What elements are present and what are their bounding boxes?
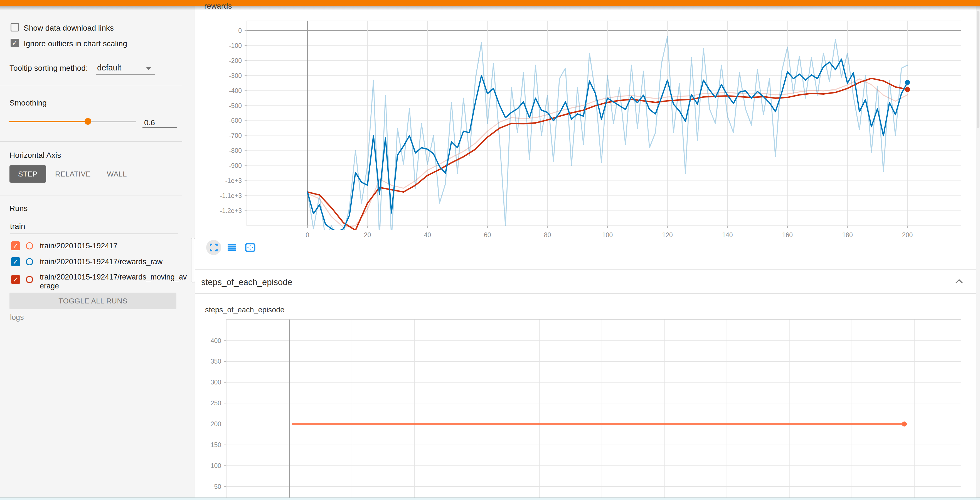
y-tick-label: -600 (203, 117, 242, 124)
axis-wall-button[interactable]: WALL (106, 166, 128, 183)
y-tick-label: -1.1e+3 (203, 192, 242, 200)
steps-line-chart[interactable] (223, 319, 961, 500)
x-tick-label: 180 (828, 231, 867, 239)
section-divider (195, 293, 980, 294)
x-tick-label: 120 (648, 231, 687, 239)
logdir-label: logs (10, 313, 24, 322)
x-tick-label: 140 (708, 231, 747, 239)
checkbox-checked-icon[interactable]: ✓ (11, 39, 19, 47)
smoothing-value-input[interactable]: 0.6 (142, 113, 177, 128)
y-tick-label: -400 (203, 87, 242, 95)
horizontal-axis-label: Horizontal Axis (10, 151, 61, 160)
y-tick-label: -800 (203, 147, 242, 154)
series-endpoint-dot[interactable] (905, 87, 910, 92)
run3-color-ring-icon[interactable] (26, 276, 33, 283)
series-endpoint-dot[interactable] (902, 422, 907, 427)
y-tick-label: 0 (203, 27, 242, 35)
divider (0, 195, 182, 196)
run-row-3[interactable]: ✓ (11, 275, 20, 284)
dropdown-arrow-icon[interactable] (146, 67, 151, 70)
tooltip-sorting-value[interactable]: default (97, 63, 121, 72)
smoothing-slider-track[interactable] (88, 121, 136, 122)
run-filter-input[interactable]: train (10, 222, 25, 231)
toggle-y-axis-icon[interactable] (228, 244, 236, 251)
run-row-1[interactable]: ✓ (11, 241, 20, 250)
tensorboard-header-bar (0, 0, 980, 6)
run2-color-ring-icon[interactable] (26, 258, 33, 265)
series-endpoint-dot[interactable] (905, 80, 910, 85)
axis-relative-button[interactable]: RELATIVE (56, 166, 90, 183)
axis-step-button[interactable]: STEP (10, 166, 46, 183)
x-tick-label: 60 (468, 231, 507, 239)
page-scrollbar-thumb[interactable] (977, 11, 980, 128)
y-tick-label: -900 (203, 162, 242, 170)
tooltip-sorting-select[interactable]: default (96, 62, 155, 75)
run-row-2[interactable]: ✓ (11, 257, 20, 266)
smoothing-slider-track-filled[interactable] (9, 121, 88, 122)
show-download-links-checkbox[interactable] (11, 23, 19, 32)
fit-domain-icon[interactable] (245, 243, 255, 252)
rewards-chart-title: rewards (204, 2, 232, 11)
runs-label: Runs (10, 204, 27, 213)
run-filter-underline (10, 234, 178, 234)
x-tick-label: 20 (348, 231, 387, 239)
x-tick-label: 200 (888, 231, 927, 239)
x-tick-label: 160 (768, 231, 807, 239)
y-tick-label: -1.2e+3 (203, 207, 242, 215)
run1-color-ring-icon[interactable] (26, 242, 33, 250)
y-tick-label: -100 (203, 42, 242, 49)
section-divider (195, 269, 980, 270)
section-header-title[interactable]: steps_of_each_episode (201, 277, 292, 287)
y-tick-label: -500 (203, 102, 242, 110)
run3-checkbox[interactable]: ✓ (11, 275, 20, 284)
steps-chart-title: steps_of_each_episode (205, 306, 284, 314)
tooltip-sorting-label: Tooltip sorting method: (10, 64, 88, 73)
divider (0, 86, 182, 86)
y-tick-label: -1e+3 (203, 177, 242, 185)
y-tick-label: -300 (203, 72, 242, 80)
x-tick-label: 80 (528, 231, 567, 239)
run2-label[interactable]: train/20201015-192417/rewards_raw (40, 257, 190, 266)
smoothing-label: Smoothing (10, 99, 47, 107)
smoothing-slider-knob[interactable] (84, 118, 91, 125)
x-tick-label: 0 (288, 231, 327, 239)
toggle-all-runs-button[interactable]: TOGGLE ALL RUNS (10, 293, 177, 309)
checkbox-unchecked-icon[interactable] (11, 23, 19, 32)
y-tick-label: -700 (203, 132, 242, 140)
x-tick-label: 100 (588, 231, 627, 239)
settings-sidebar: Show data download links ✓ Ignore outlie… (0, 6, 195, 500)
sidebar-scrollbar-thumb[interactable] (191, 238, 195, 283)
expand-chart-icon[interactable] (210, 244, 218, 252)
ignore-outliers-label[interactable]: Ignore outliers in chart scaling (24, 39, 127, 48)
bottom-edge-strip (0, 497, 980, 500)
x-tick-label: 40 (408, 231, 447, 239)
rewards-line-chart[interactable] (244, 21, 961, 230)
y-tick-label: -200 (203, 57, 242, 65)
run3-label[interactable]: train/20201015-192417/rewards_moving_ave… (40, 272, 190, 290)
collapse-section-chevron-icon[interactable] (955, 279, 963, 284)
run1-label[interactable]: train/20201015-192417 (40, 241, 190, 250)
run2-checkbox[interactable]: ✓ (11, 257, 20, 266)
show-download-links-label[interactable]: Show data download links (24, 24, 114, 33)
ignore-outliers-checkbox[interactable]: ✓ (11, 39, 19, 47)
run1-checkbox[interactable]: ✓ (11, 241, 20, 250)
